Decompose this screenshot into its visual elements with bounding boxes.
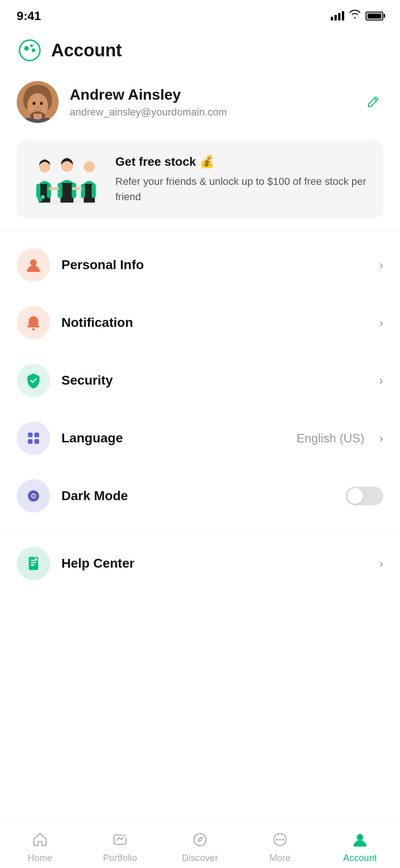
- account-icon: [350, 829, 370, 850]
- svg-point-49: [282, 839, 284, 841]
- svg-point-50: [357, 834, 363, 841]
- status-time: 9:41: [17, 9, 41, 23]
- dark-mode-label: Dark Mode: [61, 488, 335, 503]
- svg-point-10: [33, 102, 35, 105]
- svg-point-2: [24, 46, 29, 51]
- dark-mode-icon-wrap: [17, 479, 50, 513]
- svg-point-11: [40, 102, 43, 105]
- profile-info: Andrew Ainsley andrew_ainsley@yourdomain…: [70, 86, 363, 118]
- notification-label: Notification: [61, 315, 368, 330]
- help-center-label: Help Center: [61, 556, 368, 571]
- nav-item-discover[interactable]: Discover: [172, 829, 228, 863]
- page-title: Account: [51, 41, 122, 61]
- menu-item-security[interactable]: Security ›: [0, 352, 400, 409]
- svg-rect-41: [31, 564, 34, 566]
- more-icon: [270, 829, 290, 850]
- notification-chevron: ›: [379, 317, 383, 329]
- menu-item-help-center[interactable]: Help Center ›: [0, 535, 400, 592]
- svg-rect-16: [36, 184, 40, 198]
- nav-item-portfolio[interactable]: Portfolio: [92, 829, 148, 863]
- svg-rect-17: [47, 184, 51, 198]
- svg-point-47: [276, 839, 278, 841]
- promo-illustration: [30, 154, 104, 205]
- nav-item-more[interactable]: More: [252, 829, 308, 863]
- edit-profile-button[interactable]: [363, 92, 383, 112]
- wifi-icon: [349, 10, 361, 22]
- svg-rect-23: [92, 184, 96, 198]
- promo-title: Get free stock 💰: [115, 155, 370, 169]
- portfolio-nav-label: Portfolio: [103, 853, 137, 863]
- profile-section: Andrew Ainsley andrew_ainsley@yourdomain…: [0, 68, 400, 136]
- security-icon-wrap: [17, 364, 50, 397]
- svg-rect-19: [58, 183, 62, 198]
- personal-info-icon-wrap: [17, 248, 50, 282]
- nav-item-account[interactable]: Account: [332, 829, 388, 863]
- svg-rect-34: [34, 439, 39, 444]
- home-nav-label: Home: [27, 853, 52, 863]
- menu-item-dark-mode[interactable]: Dark Mode: [0, 467, 400, 525]
- svg-point-3: [30, 44, 33, 47]
- svg-rect-40: [31, 562, 36, 563]
- svg-rect-20: [72, 183, 76, 198]
- personal-info-chevron: ›: [379, 259, 383, 271]
- menu-item-language[interactable]: Language English (US) ›: [0, 409, 400, 467]
- profile-name: Andrew Ainsley: [70, 86, 363, 103]
- svg-point-45: [194, 834, 206, 846]
- language-label: Language: [61, 431, 285, 446]
- status-bar: 9:41: [0, 0, 400, 28]
- account-nav-label: Account: [343, 853, 377, 863]
- security-chevron: ›: [379, 374, 383, 387]
- battery-icon: [366, 12, 383, 20]
- profile-email: andrew_ainsley@yourdomain.com: [70, 106, 363, 118]
- svg-point-0: [17, 37, 43, 63]
- nav-item-home[interactable]: Home: [12, 829, 68, 863]
- svg-point-21: [84, 161, 95, 172]
- signal-icon: [331, 11, 344, 20]
- svg-rect-22: [81, 184, 85, 198]
- promo-text: Get free stock 💰 Refer your friends & un…: [115, 155, 370, 204]
- toggle-knob: [347, 488, 363, 504]
- svg-point-37: [32, 495, 35, 497]
- discover-nav-label: Discover: [182, 853, 218, 863]
- promo-description: Refer your friends & unlock up to $100 o…: [115, 174, 370, 204]
- promo-banner[interactable]: Get free stock 💰 Refer your friends & un…: [17, 141, 383, 218]
- svg-rect-33: [28, 439, 33, 444]
- portfolio-icon: [110, 829, 130, 850]
- menu-list: Personal Info › Notification › Secur: [0, 231, 400, 529]
- dark-mode-toggle[interactable]: [346, 487, 383, 505]
- page-header: Account: [0, 28, 400, 68]
- svg-point-4: [32, 48, 35, 52]
- svg-point-30: [32, 328, 35, 330]
- avatar: [17, 81, 59, 123]
- notification-icon-wrap: [17, 306, 50, 339]
- more-nav-label: More: [269, 853, 291, 863]
- personal-info-label: Personal Info: [61, 258, 368, 272]
- home-icon: [30, 829, 50, 850]
- security-label: Security: [61, 373, 368, 388]
- app-logo: [17, 37, 43, 63]
- menu-item-notification[interactable]: Notification ›: [0, 294, 400, 352]
- help-center-chevron: ›: [379, 557, 383, 570]
- bottom-nav: Home Portfolio Discover: [0, 821, 400, 868]
- svg-rect-31: [28, 433, 33, 437]
- discover-icon: [190, 829, 210, 850]
- menu-item-personal-info[interactable]: Personal Info ›: [0, 236, 400, 294]
- help-center-icon-wrap: [17, 547, 50, 580]
- language-value: English (US): [296, 431, 364, 446]
- svg-point-29: [30, 259, 37, 266]
- svg-rect-32: [34, 433, 39, 437]
- language-icon-wrap: [17, 421, 50, 455]
- svg-point-48: [279, 839, 281, 841]
- language-chevron: ›: [379, 432, 383, 444]
- status-icons: [331, 10, 383, 22]
- help-menu-list: Help Center ›: [0, 530, 400, 597]
